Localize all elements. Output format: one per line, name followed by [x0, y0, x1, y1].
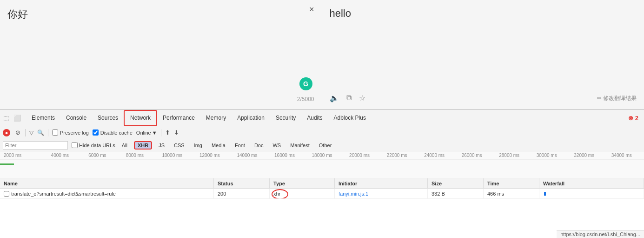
toolbar-separator-3 [161, 129, 161, 136]
type-other-button[interactable]: Other [316, 141, 335, 150]
toolbar-separator-2 [48, 129, 48, 136]
preserve-log-checkbox[interactable] [52, 129, 58, 136]
td-waterfall [539, 189, 644, 198]
tick-22000: 22000 ms [378, 153, 416, 158]
type-doc-button[interactable]: Doc [252, 141, 266, 150]
type-manifest-button[interactable]: Manifest [287, 141, 312, 150]
upload-button[interactable]: ⬆ [165, 129, 170, 136]
speaker-icon[interactable]: 🔈 [330, 94, 339, 102]
hide-data-urls-checkbox[interactable] [72, 142, 78, 148]
tick-14000: 14000 ms [228, 153, 266, 158]
close-translation-button[interactable]: × [309, 5, 314, 14]
close-x-icon: ⊗ [628, 115, 633, 122]
type-media-button[interactable]: Media [209, 141, 228, 150]
tick-12000: 12000 ms [191, 153, 229, 158]
star-icon[interactable]: ☆ [359, 94, 365, 102]
tab-performance[interactable]: Performance [157, 110, 200, 126]
devtools-icons-group: ⬚ ⬜ [2, 114, 21, 122]
th-time: Time [484, 178, 539, 188]
type-js-button[interactable]: JS [156, 141, 167, 150]
type-img-button[interactable]: Img [191, 141, 205, 150]
device-toolbar-icon[interactable]: ⬜ [13, 114, 21, 122]
tab-console[interactable]: Console [60, 110, 92, 126]
td-type-text: xhr [273, 191, 280, 197]
close-badge: 2 [635, 115, 638, 122]
tick-18000: 18000 ms [303, 153, 341, 158]
row-checkbox[interactable] [4, 191, 9, 197]
th-initiator: Initiator [335, 178, 428, 188]
disable-cache-checkbox-label[interactable]: Disable cache [93, 129, 133, 136]
th-name: Name [0, 178, 214, 188]
tab-application[interactable]: Application [232, 110, 270, 126]
toolbar-separator-1 [25, 129, 26, 136]
disable-cache-checkbox[interactable] [93, 129, 99, 136]
type-circle-wrapper: xhr [273, 191, 280, 197]
tick-2000: 2000 ms [4, 153, 41, 158]
preserve-log-checkbox-label[interactable]: Preserve log [52, 129, 89, 136]
green-waterfall-line [0, 163, 14, 165]
devtools-tabs-bar: ⬚ ⬜ Elements Console Sources Network Per… [0, 110, 644, 126]
grammarly-icon: G [299, 77, 312, 90]
tick-34000: 34000 ms [603, 153, 641, 158]
th-type: Type [270, 178, 335, 188]
tick-24000: 24000 ms [416, 153, 453, 158]
tab-elements[interactable]: Elements [26, 110, 60, 126]
preserve-log-label: Preserve log [60, 130, 89, 136]
tab-memory[interactable]: Memory [200, 110, 232, 126]
online-label: Online [136, 130, 151, 136]
filter-input[interactable] [3, 141, 68, 150]
th-status: Status [214, 178, 270, 188]
edit-translation-link[interactable]: ✏ 修改翻译结果 [597, 95, 637, 102]
tick-26000: 26000 ms [453, 153, 491, 158]
inspect-element-icon[interactable]: ⬚ [2, 114, 10, 122]
td-status: 200 [214, 189, 270, 198]
waterfall-mini-area [0, 160, 644, 178]
tick-28000: 28000 ms [491, 153, 528, 158]
tick-16000: 16000 ms [266, 153, 304, 158]
table-row[interactable]: translate_o?smartresult=dict&smartresult… [0, 189, 644, 199]
tick-10000: 10000 ms [153, 153, 191, 158]
target-text: hello [330, 7, 351, 19]
download-button[interactable]: ⬇ [174, 129, 179, 136]
tick-6000: 6000 ms [79, 153, 116, 158]
tab-adblock[interactable]: Adblock Plus [328, 110, 372, 126]
search-icon[interactable]: 🔍 [37, 129, 44, 136]
tick-4000: 4000 ms [41, 153, 79, 158]
td-initiator[interactable]: fanyi.min.js:1 [335, 189, 428, 198]
th-size: Size [428, 178, 484, 188]
copy-icon[interactable]: ⧉ [346, 94, 352, 102]
tick-8000: 8000 ms [116, 153, 154, 158]
tab-security[interactable]: Security [270, 110, 301, 126]
tab-sources[interactable]: Sources [92, 110, 124, 126]
translation-left-panel: 你好 × G 2/5000 [0, 0, 322, 109]
devtools-close-button[interactable]: ⊗ 2 [624, 115, 642, 122]
type-font-button[interactable]: Font [232, 141, 248, 150]
timeline-ticks-bar: 2000 ms 4000 ms 6000 ms 8000 ms 10000 ms… [0, 151, 644, 160]
devtools-toolbar: ● ⊘ ▽ 🔍 Preserve log Disable cache Onlin… [0, 126, 644, 139]
source-text: 你好 [7, 8, 28, 20]
hide-data-urls-label[interactable]: Hide data URLs [72, 142, 115, 148]
td-time: 466 ms [484, 189, 539, 198]
table-header: Name Status Type Initiator Size Time Wat… [0, 178, 644, 189]
td-type: xhr [270, 189, 335, 198]
online-dropdown[interactable]: Online ▼ [136, 130, 157, 136]
row-name-text: translate_o?smartresult=dict&smartresult… [11, 191, 116, 197]
dropdown-arrow-icon: ▼ [152, 130, 157, 136]
tab-audits[interactable]: Audits [301, 110, 328, 126]
waterfall-fill-bar [544, 192, 546, 196]
type-all-button[interactable]: All [119, 141, 130, 150]
th-waterfall: Waterfall [539, 178, 644, 188]
td-size: 332 B [428, 189, 484, 198]
filter-icon[interactable]: ▽ [29, 129, 33, 136]
char-count: 2/5000 [297, 96, 314, 102]
tab-network[interactable]: Network [124, 110, 157, 126]
td-name: translate_o?smartresult=dict&smartresult… [0, 189, 214, 198]
tick-30000: 30000 ms [528, 153, 565, 158]
action-icons: 🔈 ⧉ ☆ [330, 94, 365, 102]
type-xhr-button[interactable]: XHR [134, 141, 152, 150]
record-button[interactable]: ● [3, 129, 10, 136]
translation-right-panel: hello 🔈 ⧉ ☆ ✏ 修改翻译结果 [322, 0, 644, 109]
type-css-button[interactable]: CSS [171, 141, 187, 150]
type-ws-button[interactable]: WS [270, 141, 284, 150]
stop-button[interactable]: ⊘ [14, 129, 21, 136]
